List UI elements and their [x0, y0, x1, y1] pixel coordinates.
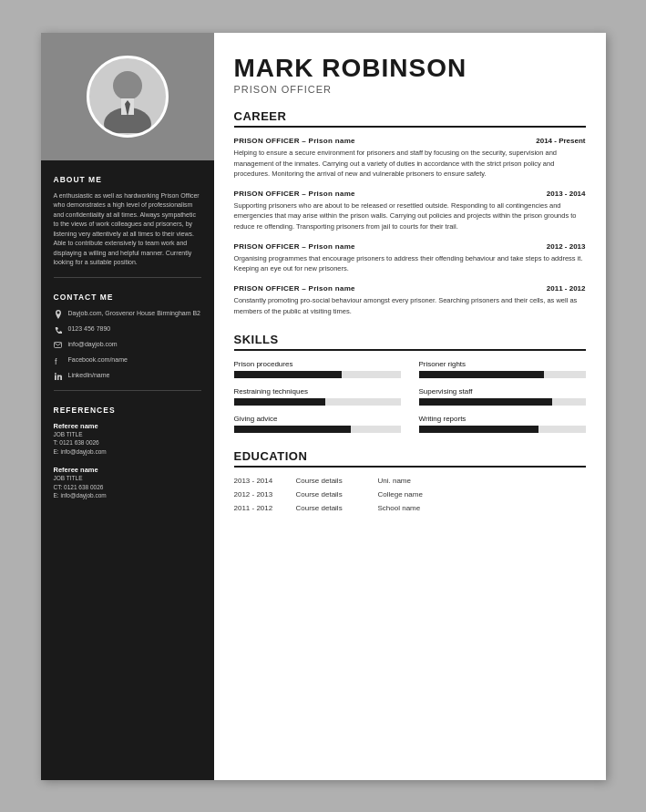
email-icon [54, 341, 63, 350]
skill-bar-bg-4 [234, 426, 401, 433]
skill-bar-fill-3 [419, 398, 552, 406]
career-desc-2: Supporting prisoners who are about to be… [234, 200, 586, 231]
skill-label-3: Supervising staff [419, 387, 586, 396]
career-header-2: PRISON OFFICER – Prison name 2013 - 2014 [234, 190, 586, 198]
contact-linkedin: LinkedIn/name [68, 371, 110, 380]
svg-point-0 [113, 71, 142, 100]
career-header-3: PRISON OFFICER – Prison name 2012 - 2013 [234, 242, 586, 251]
skill-item-5: Writing reports [419, 415, 586, 433]
career-desc-1: Helping to ensure a secure environment f… [234, 148, 586, 179]
ref2-name: Referee name [54, 466, 201, 474]
skill-label-0: Prison procedures [234, 360, 401, 368]
divider-2 [54, 390, 201, 391]
career-header-1: PRISON OFFICER – Prison name 2014 - Pres… [234, 137, 586, 145]
edu-course-2: Course details [296, 504, 378, 512]
career-desc-4: Constantly promoting pro-social behaviou… [234, 295, 586, 316]
skill-label-1: Prisoner rights [419, 360, 586, 368]
skill-label-4: Giving advice [234, 415, 401, 423]
skill-item-0: Prison procedures [234, 360, 401, 378]
ref1-phone: T: 0121 638 0026 [54, 438, 201, 447]
education-heading: EDUCATION [234, 449, 586, 468]
contact-email: info@dayjob.com [68, 340, 118, 349]
divider-1 [54, 277, 201, 278]
edu-institution-2: School name [378, 504, 421, 512]
resume-page: ABOUT ME A enthusiastic as well as hardw… [41, 33, 606, 780]
contact-facebook-item: f Facebook.com/name [54, 355, 201, 365]
career-role-2: PRISON OFFICER – Prison name [234, 190, 355, 198]
photo-area [41, 33, 214, 160]
skill-label-5: Writing reports [419, 415, 586, 423]
career-years-3: 2012 - 2013 [547, 242, 586, 251]
edu-row-1: 2012 - 2013Course detailsCollege name [234, 490, 586, 499]
skill-item-3: Supervising staff [419, 387, 586, 406]
skills-grid: Prison proceduresPrisoner rightsRestrain… [234, 360, 586, 433]
education-section: EDUCATION 2013 - 2014Course detailsUni. … [234, 449, 586, 512]
skill-bar-fill-2 [234, 398, 326, 406]
reference-2: Referee name JOB TITLE CT: 0121 638 0026… [54, 466, 201, 500]
skill-bar-fill-5 [419, 426, 539, 433]
skill-bar-bg-2 [234, 398, 401, 406]
contact-linkedin-item: LinkedIn/name [54, 371, 201, 381]
edu-course-0: Course details [296, 477, 378, 485]
sidebar: ABOUT ME A enthusiastic as well as hardw… [41, 33, 214, 780]
skill-bar-bg-3 [419, 398, 586, 406]
skill-item-2: Restraining techniques [234, 387, 401, 406]
edu-row-0: 2013 - 2014Course detailsUni. name [234, 477, 586, 485]
about-title: ABOUT ME [54, 175, 201, 184]
career-role-1: PRISON OFFICER – Prison name [234, 137, 355, 145]
full-name: MARK ROBINSON [234, 55, 586, 83]
facebook-icon: f [54, 356, 63, 365]
job-title: PRISON OFFICER [234, 84, 586, 95]
career-years-2: 2013 - 2014 [547, 190, 586, 198]
ref1-name: Referee name [54, 422, 201, 430]
career-years-1: 2014 - Present [536, 137, 585, 145]
skill-bar-fill-1 [419, 371, 544, 378]
edu-years-1: 2012 - 2013 [234, 490, 296, 499]
sidebar-content: ABOUT ME A enthusiastic as well as hardw… [41, 160, 214, 525]
edu-years-2: 2011 - 2012 [234, 504, 296, 512]
contact-email-item: info@dayjob.com [54, 340, 201, 350]
contact-address: Dayjob.com, Grosvenor House Birmingham B… [68, 309, 201, 318]
skills-section: SKILLS Prison proceduresPrisoner rightsR… [234, 333, 586, 433]
reference-1: Referee name JOB TITLE T: 0121 638 0026 … [54, 422, 201, 457]
skill-item-1: Prisoner rights [419, 360, 586, 378]
ref2-title: JOB TITLE [54, 474, 201, 483]
references-title: REFERENCES [54, 406, 201, 415]
skill-bar-bg-5 [419, 426, 586, 433]
ref1-title: JOB TITLE [54, 430, 201, 439]
education-rows: 2013 - 2014Course detailsUni. name2012 -… [234, 477, 586, 512]
skill-label-2: Restraining techniques [234, 387, 401, 396]
career-role-4: PRISON OFFICER – Prison name [234, 284, 355, 293]
skill-bar-fill-0 [234, 371, 343, 378]
location-icon [54, 310, 63, 319]
skill-bar-bg-0 [234, 371, 401, 378]
contact-phone-item: 0123 456 7890 [54, 324, 201, 334]
edu-institution-1: College name [378, 490, 423, 499]
main-content: MARK ROBINSON PRISON OFFICER CAREER PRIS… [214, 33, 606, 780]
contact-address-item: Dayjob.com, Grosvenor House Birmingham B… [54, 309, 201, 319]
edu-course-1: Course details [296, 490, 378, 499]
linkedin-icon [54, 372, 63, 381]
svg-rect-6 [55, 375, 56, 380]
edu-row-2: 2011 - 2012Course detailsSchool name [234, 504, 586, 512]
career-years-4: 2011 - 2012 [547, 284, 586, 293]
skills-heading: SKILLS [234, 333, 586, 351]
edu-institution-0: Uni. name [378, 477, 411, 485]
ref1-email: E: info@dayjob.com [54, 447, 201, 457]
career-role-3: PRISON OFFICER – Prison name [234, 242, 355, 251]
edu-years-0: 2013 - 2014 [234, 477, 296, 485]
career-item-1: PRISON OFFICER – Prison name 2014 - Pres… [234, 137, 586, 179]
contact-facebook: Facebook.com/name [68, 355, 128, 365]
career-header-4: PRISON OFFICER – Prison name 2011 - 2012 [234, 284, 586, 293]
skill-item-4: Giving advice [234, 415, 401, 433]
career-item-2: PRISON OFFICER – Prison name 2013 - 2014… [234, 190, 586, 231]
phone-icon [54, 325, 63, 334]
svg-point-7 [55, 373, 56, 375]
ref2-email: E: info@dayjob.com [54, 491, 201, 500]
svg-text:f: f [55, 357, 57, 365]
contact-phone: 0123 456 7890 [68, 324, 111, 334]
ref2-phone: CT: 0121 638 0026 [54, 483, 201, 492]
contact-title: CONTACT ME [54, 293, 201, 302]
career-item-4: PRISON OFFICER – Prison name 2011 - 2012… [234, 284, 586, 316]
career-item-3: PRISON OFFICER – Prison name 2012 - 2013… [234, 242, 586, 274]
